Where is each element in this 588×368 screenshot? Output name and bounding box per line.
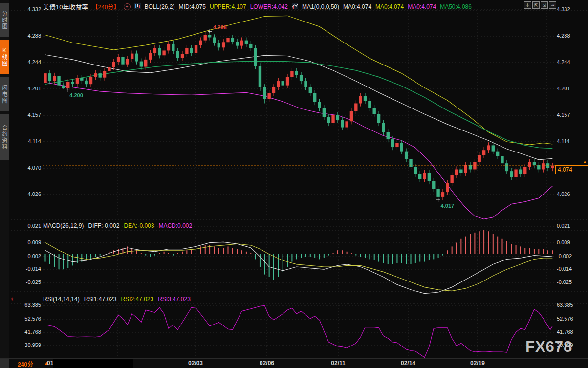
candle-body <box>76 78 79 84</box>
axis-label: 63.385 <box>9 302 41 308</box>
candle-body <box>323 108 326 117</box>
shift-right-icon[interactable]: ⇥ <box>549 1 556 9</box>
axis-label: 4.026 <box>9 191 41 197</box>
candle-body <box>487 145 490 150</box>
candle-body <box>204 35 207 41</box>
axis-label: 4.114 <box>9 138 41 144</box>
candle-body <box>236 42 239 46</box>
boll-mid-value: MID:4.075 <box>179 3 206 10</box>
candle-body <box>391 139 394 147</box>
rsi-name: RSI(14,14,14) <box>43 296 80 303</box>
macd-label-row: MACD(26,12,9) DIFF:-0.002 DEA:-0.003 MAC… <box>43 222 192 229</box>
boll-indicator-icon[interactable] <box>134 3 141 11</box>
axis-label: -0.014 <box>557 266 572 272</box>
axis-label: 4.244 <box>9 59 41 65</box>
add-indicator-icon[interactable]: + <box>124 3 131 10</box>
candle-body <box>263 87 266 99</box>
axis-label: 4.201 <box>557 86 570 91</box>
ma-indicator-icon[interactable] <box>292 3 298 11</box>
ma0-yellow-value: MA0:4.074 <box>375 3 404 10</box>
candle-body <box>144 60 147 67</box>
candle-body <box>432 181 435 189</box>
candle-body <box>254 48 257 66</box>
rsi-line <box>45 306 553 358</box>
candle-body <box>176 51 179 58</box>
candle-body <box>80 78 83 81</box>
candle-body <box>510 171 513 177</box>
candle-body <box>57 76 60 86</box>
ma50-value: MA50:4.086 <box>440 3 472 10</box>
candle-body <box>108 67 110 71</box>
candle-body <box>359 96 362 104</box>
axis-label: 4.114 <box>557 138 570 144</box>
pan-icon[interactable]: ✛ <box>524 1 531 9</box>
candle-body <box>153 48 156 53</box>
sidebar-tab-lightning-chart[interactable]: 闪电图 <box>0 77 9 111</box>
candle-body <box>478 155 481 162</box>
axis-label: 41.768 <box>9 329 41 335</box>
timeframe-selector[interactable]: 240分 <box>18 360 33 368</box>
candle-body <box>523 167 526 174</box>
axis-label: 41.768 <box>557 329 573 335</box>
candle-body <box>519 169 522 174</box>
rsi3-value: RSI3:47.023 <box>158 296 191 303</box>
candle-body <box>300 75 303 81</box>
axis-label: 52.576 <box>9 316 41 322</box>
macd-macd-value: MACD:0.002 <box>158 222 192 229</box>
sidebar-tab-contract-info[interactable]: 合约资料 <box>0 114 9 160</box>
rsi-label-row: RSI(14,14,14) RSI1:47.023 RSI2:47.023 RS… <box>43 296 191 303</box>
axis-label: 0.021 <box>557 223 570 229</box>
candle-body <box>199 41 202 45</box>
candle-body <box>131 54 133 59</box>
candle-body <box>533 162 536 165</box>
price-anchor-icon[interactable]: ▲ <box>583 159 587 164</box>
candle-body <box>218 43 220 48</box>
rsi1-value: RSI1:47.023 <box>84 296 117 303</box>
candle-body <box>387 132 390 139</box>
marker-label: 4.017 <box>441 203 455 209</box>
boll-lower-line <box>45 83 553 219</box>
axis-label: 4.288 <box>9 33 41 39</box>
candle-body <box>44 73 46 83</box>
alert-asterisk-icon: ✳ <box>10 297 14 302</box>
sidebar-tab-kline-chart[interactable]: K线图 <box>0 40 9 74</box>
candle-body <box>313 93 316 102</box>
sidebar-tab-label: 分时图 <box>0 11 8 30</box>
candle-body <box>103 71 106 77</box>
macd-diff-line <box>45 242 553 293</box>
candle-body <box>249 44 252 48</box>
candle-body <box>117 57 120 62</box>
candle-body <box>185 48 188 54</box>
candle-body <box>53 76 56 81</box>
marker-label: 4.298 <box>213 24 227 30</box>
rsi2-value: RSI2:47.023 <box>121 296 153 303</box>
candle-body <box>126 59 129 65</box>
boll-name: BOLL(26,2) <box>145 3 175 10</box>
candle-body <box>455 169 458 175</box>
axis-label: 0.021 <box>9 223 41 229</box>
axis-label: 4.244 <box>557 59 570 65</box>
timeframe-badge[interactable]: 【240分】 <box>92 2 119 11</box>
marker-label: 4.200 <box>69 92 83 98</box>
macd-dea-value: DEA:-0.003 <box>124 222 154 229</box>
axis-label: 4.157 <box>557 112 570 118</box>
candle-body <box>172 44 174 51</box>
axis-label: 4.288 <box>557 33 570 39</box>
candle-body <box>354 103 357 111</box>
kline-chart-canvas[interactable]: 4.2984.2004.017 <box>0 0 588 368</box>
candle-body <box>190 48 193 53</box>
candle-body <box>436 189 439 197</box>
zoom-out-icon[interactable]: ⇲ <box>541 1 548 9</box>
candle-body <box>382 123 385 132</box>
macd-name: MACD(26,12,9) <box>43 222 84 229</box>
candle-body <box>423 173 426 179</box>
axis-label: -0.002 <box>9 253 41 259</box>
candle-body <box>222 42 225 47</box>
axis-label: 63.385 <box>557 302 573 308</box>
date-label: 02/03 <box>188 360 203 367</box>
candle-body <box>226 38 229 43</box>
candle-body <box>464 165 467 173</box>
sidebar-tab-time-chart[interactable]: 分时图 <box>0 3 9 37</box>
sidebar-tab-label: 闪电图 <box>0 85 8 104</box>
zoom-in-icon[interactable]: ⇱ <box>532 1 540 9</box>
